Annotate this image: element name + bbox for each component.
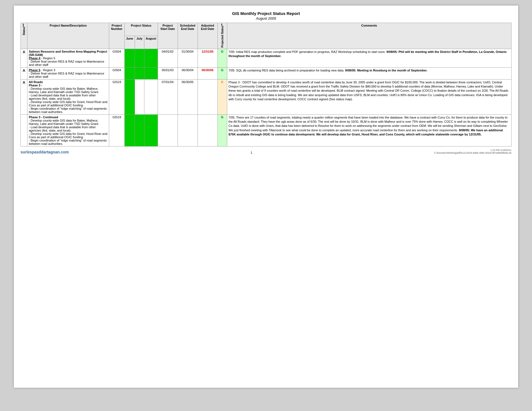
project-name-cell: Phase 3 - Continued - Develop county-wid… bbox=[27, 114, 109, 146]
project-name-cell: Phase 5 - Region 3 - Deliver final versi… bbox=[27, 67, 109, 79]
sched-end-cell: 06/30/05 bbox=[178, 79, 198, 114]
footer-filepath: C:\Docstoc\Working\pdf\41212429-9ab5-4d9… bbox=[434, 151, 511, 154]
comments-header: Comments bbox=[227, 23, 511, 49]
august-header: August bbox=[144, 36, 158, 49]
footer-datetime: 1:15 PM 1/18/2011 bbox=[434, 149, 511, 151]
project-number-cell: GIS19 bbox=[109, 114, 125, 146]
sched-end-cell: 01/30/04 bbox=[178, 49, 198, 67]
comments-cell: 7/05: There are 17 counties of road segm… bbox=[227, 114, 511, 146]
adj-end-cell bbox=[198, 79, 218, 114]
report-subtitle: August 2005 bbox=[21, 16, 511, 20]
adj-end-cell: 06/30/06 bbox=[198, 67, 218, 79]
august-status-cell bbox=[144, 67, 158, 79]
row-status: A bbox=[21, 67, 27, 79]
table-row: Phase 3 - Continued - Develop county-wid… bbox=[21, 114, 511, 146]
table-row: AAll RoadsPhase 3 - - Develop county-wid… bbox=[21, 79, 511, 114]
adj-end-header: Adjusted End Date bbox=[198, 23, 218, 49]
row-status: A bbox=[21, 49, 27, 67]
table-row: APhase 5 - Region 3 - Deliver final vers… bbox=[21, 67, 511, 79]
july-status-cell bbox=[135, 79, 144, 114]
start-date-cell bbox=[158, 114, 178, 146]
start-date-cell: 04/01/02 bbox=[158, 49, 178, 67]
start-date-header: Project Start Date bbox=[158, 23, 178, 49]
august-status-cell bbox=[144, 114, 158, 146]
start-date-cell: 05/01/03 bbox=[158, 67, 178, 79]
proj-status-cell: G bbox=[218, 49, 227, 67]
watermark: surlespasddartagnan.com bbox=[21, 150, 69, 154]
proj-status-cell: G bbox=[218, 114, 227, 146]
july-status-cell bbox=[135, 67, 144, 79]
comments-cell: 7/05: SQL db containing RES data being a… bbox=[227, 67, 511, 79]
sched-end-cell: 06/30/04 bbox=[178, 67, 198, 79]
page: GIS Monthly Project Status Report August… bbox=[14, 6, 518, 388]
row-status bbox=[21, 114, 27, 146]
project-status-header: Project Status bbox=[125, 23, 158, 36]
report-title: GIS Monthly Project Status Report bbox=[21, 11, 511, 16]
project-number-cell: GIS04 bbox=[109, 49, 125, 67]
july-status-cell bbox=[135, 49, 144, 67]
sched-end-header: Scheduled End Date bbox=[178, 23, 198, 49]
project-name-cell: All RoadsPhase 3 - - Develop county-wide… bbox=[27, 79, 109, 114]
project-number-cell: GIS19 bbox=[109, 79, 125, 114]
main-table: Status*** Project Name/Description Proje… bbox=[21, 23, 511, 147]
status-header: Status*** bbox=[22, 24, 25, 35]
project-name-header: Project Name/Description bbox=[27, 23, 109, 49]
project-name-cell: Salmon Resource and Sensitive Area Mappi… bbox=[27, 49, 109, 67]
adj-end-cell bbox=[198, 114, 218, 146]
proj-status-cell: C bbox=[218, 79, 227, 114]
june-status-cell bbox=[125, 79, 135, 114]
comments-cell: 7/05: Initial RES map production complet… bbox=[227, 49, 511, 67]
adj-end-cell: 12/31/05 bbox=[198, 49, 218, 67]
page-number: 1 bbox=[250, 151, 252, 154]
header-row-1: Status*** Project Name/Description Proje… bbox=[21, 23, 511, 36]
table-row: ASalmon Resource and Sensitive Area Mapp… bbox=[21, 49, 511, 67]
june-header: June bbox=[125, 36, 135, 49]
start-date-cell: 07/01/04 bbox=[158, 79, 178, 114]
june-status-cell bbox=[125, 49, 135, 67]
comments-cell: Phase 3 - ODOT has committed to develop … bbox=[227, 79, 511, 114]
june-status-cell bbox=[125, 114, 135, 146]
july-status-cell bbox=[135, 114, 144, 146]
proj-status-cell: G bbox=[218, 67, 227, 79]
project-number-header: Project Number bbox=[109, 23, 125, 49]
june-status-cell bbox=[125, 67, 135, 79]
august-status-cell bbox=[144, 79, 158, 114]
proj-status-header: Projected Status** bbox=[221, 24, 224, 48]
row-status: A bbox=[21, 79, 27, 114]
july-header: July bbox=[135, 36, 144, 49]
august-status-cell bbox=[144, 49, 158, 67]
footnote-area: surlespasddartagnan.com 1 1:15 PM 1/18/2… bbox=[21, 149, 511, 154]
sched-end-cell bbox=[178, 114, 198, 146]
project-number-cell: GIS04 bbox=[109, 67, 125, 79]
